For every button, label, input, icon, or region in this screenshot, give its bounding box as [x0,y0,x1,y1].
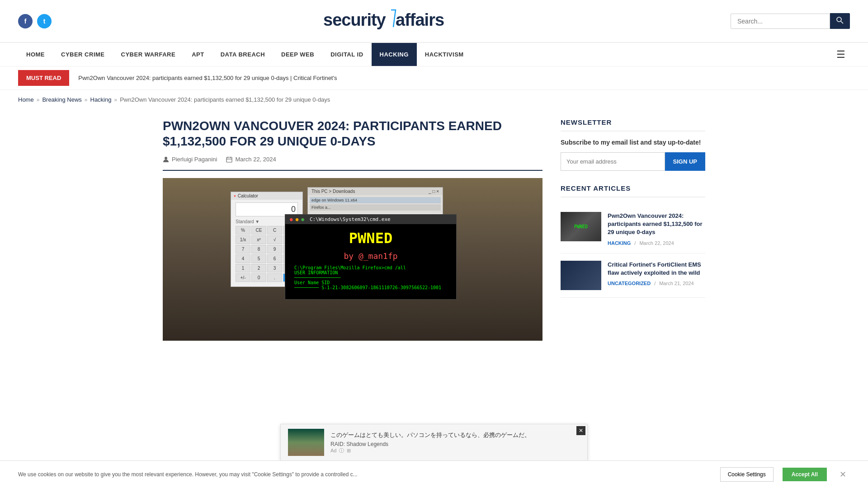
search-input[interactable] [731,14,830,29]
hamburger-menu[interactable]: ☰ [832,44,850,65]
article-image-placeholder-1: PWNED [561,212,601,241]
must-read-bar: MUST READ Pwn2Own Vancouver 2024: partic… [0,66,868,90]
recent-article-title-2[interactable]: Critical Fortinet's FortiClient EMS flaw… [608,261,705,277]
nav-item-hacktivism[interactable]: HACKTIVISM [417,43,472,66]
email-input[interactable] [561,152,665,171]
nav-item-cyber-crime[interactable]: CYBER CRIME [53,43,113,66]
sidebar: NEWSLETTER Subscribe to my email list an… [561,118,705,341]
recent-article-content-1: Pwn2Own Vancouver 2024: participants ear… [608,212,705,246]
recent-article-card-2: Critical Fortinet's FortiClient EMS flaw… [561,253,705,298]
main-layout: PWN2OWN VANCOUVER 2024: PARTICIPANTS EAR… [145,109,723,359]
breadcrumb-sep-2: » [85,97,88,103]
meta-sep-2: / [654,281,656,286]
author-icon [163,156,169,163]
svg-point-4 [165,157,167,160]
logo-svg: security affairs [323,5,459,33]
breadcrumb: Home » Breaking News » Hacking » Pwn2Own… [0,90,868,109]
article-area: PWN2OWN VANCOUVER 2024: PARTICIPANTS EAR… [163,118,542,341]
author-name: Pierluigi Paganini [172,156,217,163]
recent-articles-title: RECENT ARTICLES [561,184,705,197]
breadcrumb-sep-1: » [37,97,40,103]
facebook-icon[interactable]: f [18,14,33,28]
svg-text:security: security [323,10,386,29]
breadcrumb-home[interactable]: Home [18,96,34,103]
article-title: PWN2OWN VANCOUVER 2024: PARTICIPANTS EAR… [163,118,542,149]
search-bar [731,13,850,29]
nav-item-home[interactable]: HOME [18,43,53,66]
nav-item-apt[interactable]: APT [184,43,212,66]
svg-point-2 [837,17,841,22]
nav-item-cyber-warfare[interactable]: CYBER WARFARE [113,43,184,66]
article-meta: Pierluigi Paganini March 22, 2024 [163,156,542,171]
email-form: SIGN UP [561,152,705,171]
newsletter-description: Subscribe to my email list and stay up-t… [561,139,705,146]
recent-article-meta-2: UNCATEGORIZED / March 21, 2024 [608,281,705,286]
recent-article-meta-1: HACKING / March 22, 2024 [608,240,705,246]
article-author: Pierluigi Paganini [163,156,217,163]
recent-articles: RECENT ARTICLES PWNED Pwn2Own Vancouver … [561,184,705,298]
recent-article-card-1: PWNED Pwn2Own Vancouver 2024: participan… [561,205,705,253]
calendar-icon [226,156,232,163]
nav-items: HOME CYBER CRIME CYBER WARFARE APT DATA … [18,43,472,66]
newsletter-title: NEWSLETTER [561,118,705,131]
newsletter-section: NEWSLETTER Subscribe to my email list an… [561,118,705,171]
social-icons: f t [18,14,52,28]
article-date-1: March 22, 2024 [639,240,674,246]
article-tag-2[interactable]: UNCATEGORIZED [608,281,651,286]
signup-button[interactable]: SIGN UP [665,152,705,171]
search-button[interactable] [830,13,850,29]
nav-item-data-breach[interactable]: DATA BREACH [212,43,273,66]
breadcrumb-hacking[interactable]: Hacking [90,96,112,103]
recent-article-title-1[interactable]: Pwn2Own Vancouver 2024: participants ear… [608,212,705,237]
article-date-text: March 22, 2024 [235,156,276,163]
top-bar: f t security affairs [0,0,868,42]
breadcrumb-current: Pwn2Own Vancouver 2024: participants ear… [120,96,330,103]
nav-item-deep-web[interactable]: DEEP WEB [273,43,322,66]
article-image: ● Calculator 0 Standard ▼ %CEC⌫ 1/xx²√÷ … [163,178,542,341]
article-date: March 22, 2024 [226,156,276,163]
nav-item-digital-id[interactable]: DIGITAL ID [322,43,371,66]
twitter-icon[interactable]: t [37,14,52,28]
site-logo[interactable]: security affairs [323,5,459,37]
article-tag-1[interactable]: HACKING [608,240,631,246]
svg-text:affairs: affairs [396,10,444,29]
terminal-window: ● ● ● C:\Windows\System32\cmd.exe PWNED … [285,214,457,300]
ticker-text: Pwn2Own Vancouver 2024: participants ear… [78,75,337,81]
nav-item-hacking[interactable]: HACKING [372,43,417,66]
search-icon [836,17,844,24]
recent-article-img-2 [561,261,601,290]
svg-rect-5 [226,157,232,162]
article-image-placeholder-2 [561,261,601,290]
main-nav: HOME CYBER CRIME CYBER WARFARE APT DATA … [0,42,868,66]
meta-sep-1: / [634,240,636,246]
svg-line-3 [841,21,843,23]
article-date-2: March 21, 2024 [659,281,693,286]
breadcrumb-breaking-news[interactable]: Breaking News [42,96,81,103]
recent-article-img-1: PWNED [561,212,601,241]
must-read-button[interactable]: MUST READ [18,70,69,86]
recent-article-content-2: Critical Fortinet's FortiClient EMS flaw… [608,261,705,290]
breadcrumb-sep-3: » [114,97,117,103]
